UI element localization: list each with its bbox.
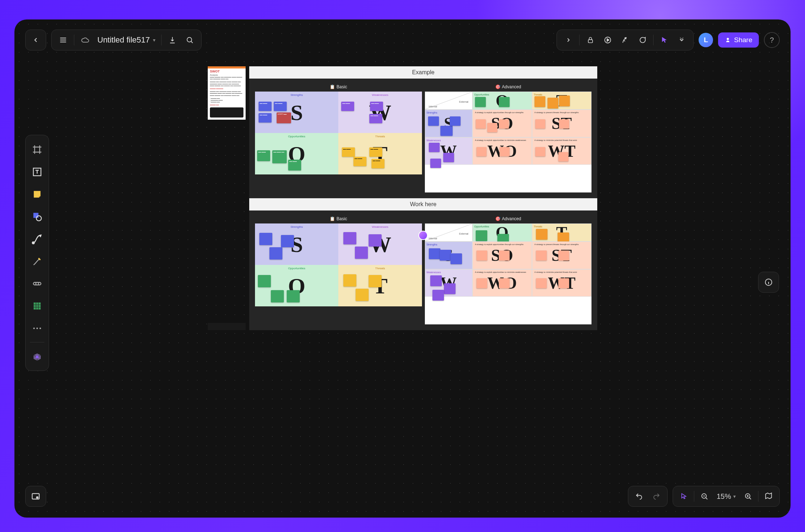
tows-work-advanced[interactable]: ExternalInternal OpportunitiesO ThreatsT… — [425, 223, 592, 324]
section-header-example: Example — [249, 66, 597, 79]
basic-header: 📋 Basic — [255, 84, 422, 92]
collaborator-cursor — [418, 231, 428, 240]
canvas[interactable]: SWOT Analysis ▬▬▬ ▬▬▬▬ ▬▬ ▬▬▬▬▬ ▬▬▬ ▬▬▬▬… — [14, 19, 791, 518]
document-panel[interactable]: SWOT Analysis ▬▬▬ ▬▬▬▬ ▬▬ ▬▬▬▬▬ ▬▬▬ ▬▬▬▬… — [208, 66, 246, 330]
section-header-workhere: Work here — [249, 198, 597, 210]
swot-example-basic[interactable]: Strengths S ▬▬ ▬▬▬ ▬▬ ▬▬▬ ▬▬ ▬▬▬ A SWOT … — [255, 92, 422, 174]
tows-example-advanced[interactable]: ExternalInternal OpportunitiesO ThreatsT… — [425, 92, 592, 192]
swot-work-basic[interactable]: StrengthsS WeaknessesW OpportunitiesO — [255, 223, 422, 306]
advanced-header: 🎯 Advanced — [425, 84, 592, 92]
